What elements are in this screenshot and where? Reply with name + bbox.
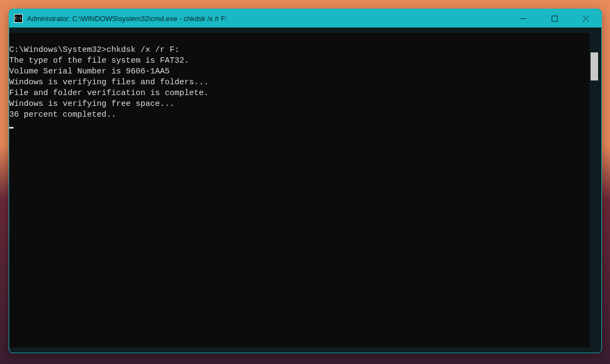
- window-title: Administrator: C:\WINDOWS\system32\cmd.e…: [27, 15, 227, 23]
- output-line: 36 percent completed..: [9, 110, 589, 120]
- scrollbar[interactable]: [591, 52, 598, 346]
- client-area: C:\Windows\System32>chkdsk /x /r F:The t…: [9, 28, 601, 353]
- terminal-output[interactable]: C:\Windows\System32>chkdsk /x /r F:The t…: [9, 33, 589, 347]
- output-line: Windows is verifying files and folders..…: [9, 77, 589, 88]
- prompt: C:\Windows\System32>: [9, 45, 106, 55]
- terminal-window: Administrator: C:\WINDOWS\system32\cmd.e…: [9, 9, 602, 353]
- maximize-button[interactable]: [539, 9, 570, 28]
- output-line: Volume Serial Number is 9606-1AA5: [9, 66, 589, 77]
- maximize-icon: [552, 16, 558, 22]
- output-line: File and folder verification is complete…: [9, 88, 589, 99]
- window-controls: [507, 9, 601, 28]
- svg-rect-1: [552, 16, 557, 21]
- output-line: Windows is verifying free space...: [9, 99, 589, 110]
- close-icon: [583, 16, 589, 22]
- scrollbar-thumb[interactable]: [591, 52, 598, 80]
- cursor: [9, 127, 14, 129]
- prompt-line: C:\Windows\System32>chkdsk /x /r F:: [9, 45, 589, 56]
- output-line: The type of the file system is FAT32.: [9, 56, 589, 66]
- titlebar[interactable]: Administrator: C:\WINDOWS\system32\cmd.e…: [9, 9, 601, 28]
- minimize-button[interactable]: [507, 9, 539, 28]
- close-button[interactable]: [570, 9, 601, 28]
- cmd-icon: [14, 14, 23, 23]
- cursor-line: [9, 120, 589, 131]
- minimize-icon: [520, 16, 526, 22]
- command: chkdsk /x /r F:: [106, 45, 179, 55]
